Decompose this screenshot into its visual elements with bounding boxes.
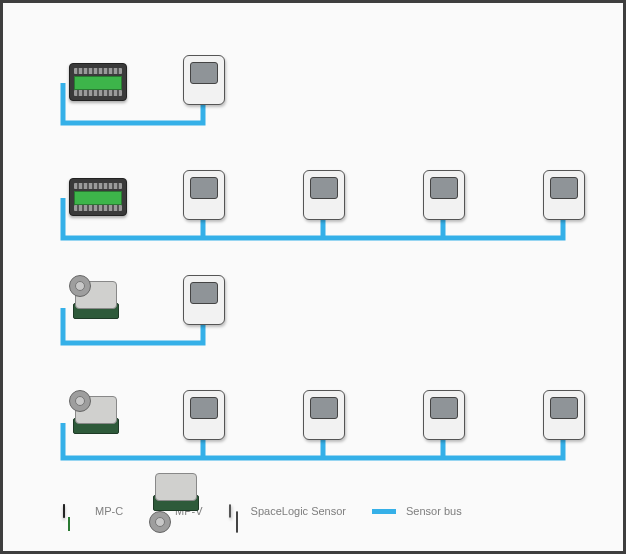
spacelogic-sensor-icon — [303, 170, 345, 220]
spacelogic-sensor-icon — [423, 390, 465, 440]
legend: MP-C MP-V SpaceLogic Sensor Sensor bus — [63, 491, 603, 531]
mpc-controller-icon — [63, 505, 65, 517]
mpv-controller-icon — [69, 390, 121, 434]
spacelogic-sensor-icon — [423, 170, 465, 220]
spacelogic-sensor-icon — [303, 390, 345, 440]
legend-label: Sensor bus — [406, 505, 462, 517]
spacelogic-sensor-icon — [543, 390, 585, 440]
diagram-frame: MP-C MP-V SpaceLogic Sensor Sensor bus — [0, 0, 626, 554]
legend-item-bus: Sensor bus — [372, 505, 462, 517]
mpc-controller-icon — [69, 178, 127, 216]
legend-item-mpv: MP-V — [149, 505, 203, 517]
legend-label: SpaceLogic Sensor — [251, 505, 346, 517]
mpv-controller-icon — [69, 275, 121, 319]
mpc-controller-icon — [69, 63, 127, 101]
spacelogic-sensor-icon — [183, 170, 225, 220]
spacelogic-sensor-icon — [183, 55, 225, 105]
spacelogic-sensor-icon — [183, 390, 225, 440]
spacelogic-sensor-icon — [183, 275, 225, 325]
spacelogic-sensor-icon — [543, 170, 585, 220]
legend-item-sensor: SpaceLogic Sensor — [229, 505, 346, 517]
bus-color-swatch — [372, 509, 396, 514]
legend-label: MP-C — [95, 505, 123, 517]
spacelogic-sensor-icon — [229, 505, 231, 517]
legend-item-mpc: MP-C — [63, 505, 123, 517]
